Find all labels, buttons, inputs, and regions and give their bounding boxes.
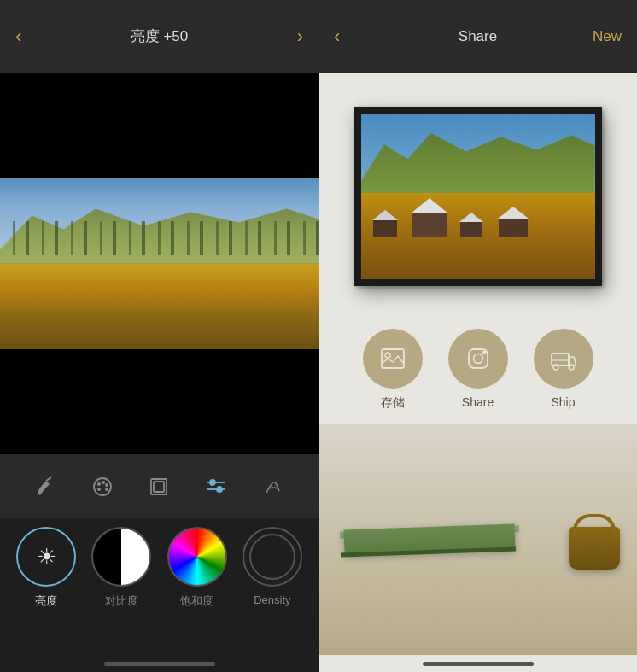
ship-circle[interactable] — [534, 329, 593, 389]
sun-icon: ☀ — [37, 544, 56, 570]
frame-tool[interactable] — [142, 470, 176, 504]
image-area — [0, 73, 318, 454]
new-button[interactable]: New — [593, 28, 622, 45]
back-arrow-left[interactable]: ‹ — [0, 17, 37, 56]
home-bar-left — [104, 662, 215, 666]
contrast-control[interactable]: 对比度 — [91, 527, 151, 609]
share-action[interactable]: Share — [448, 329, 508, 411]
instagram-icon — [465, 345, 492, 372]
brightness-title: 亮度 +50 — [131, 26, 189, 46]
action-buttons: 存储 Share — [318, 303, 637, 424]
home-bar-right — [423, 662, 534, 666]
forward-arrow-left[interactable]: › — [282, 17, 318, 56]
right-header: ‹ Share New — [318, 0, 637, 73]
controls-area: ☀ 亮度 对比度 饱和度 Density — [0, 518, 318, 655]
save-label: 存储 — [381, 395, 405, 411]
ship-action[interactable]: Ship — [534, 329, 593, 411]
saturation-circle[interactable] — [167, 527, 227, 587]
svg-point-4 — [105, 483, 108, 487]
brush-tool[interactable] — [28, 470, 62, 504]
svg-point-12 — [217, 487, 222, 492]
svg-point-16 — [473, 354, 482, 364]
svg-rect-8 — [154, 482, 164, 492]
svg-line-0 — [46, 477, 51, 481]
share-title: Share — [459, 28, 497, 45]
palette-tool[interactable] — [85, 470, 120, 504]
contrast-label: 对比度 — [105, 593, 138, 609]
home-indicator-right — [318, 655, 637, 672]
svg-point-17 — [482, 352, 485, 354]
left-header: ‹ 亮度 +50 › — [0, 0, 318, 73]
svg-point-6 — [97, 488, 101, 491]
saturation-label: 饱和度 — [180, 593, 213, 609]
r-houses — [372, 163, 571, 237]
density-control[interactable]: Density — [243, 527, 302, 609]
svg-point-3 — [102, 481, 105, 484]
bottom-scene — [318, 424, 637, 655]
artwork-image — [361, 114, 595, 279]
trees-layer — [0, 221, 318, 255]
brightness-circle[interactable]: ☀ — [16, 527, 76, 587]
framed-artwork — [354, 107, 602, 286]
save-circle[interactable] — [363, 329, 423, 389]
right-panel: ‹ Share New — [318, 0, 637, 672]
svg-point-5 — [105, 488, 108, 491]
saturation-control[interactable]: 饱和度 — [167, 527, 227, 609]
svg-rect-18 — [552, 354, 569, 365]
svg-point-11 — [210, 480, 215, 485]
share-label: Share — [462, 395, 494, 409]
control-items: ☀ 亮度 对比度 饱和度 Density — [0, 527, 318, 609]
back-arrow-right[interactable]: ‹ — [334, 26, 340, 48]
density-circle[interactable] — [243, 527, 302, 587]
artwork-display — [318, 73, 637, 303]
image-icon — [379, 345, 406, 372]
landscape-canvas — [0, 178, 318, 349]
truck-icon — [550, 345, 577, 372]
adjustment-tool[interactable] — [199, 470, 233, 504]
basket — [569, 527, 620, 570]
field-layer — [0, 264, 318, 349]
svg-point-2 — [97, 482, 101, 486]
svg-point-14 — [385, 353, 390, 358]
brightness-label: 亮度 — [35, 593, 57, 609]
text-tool[interactable] — [256, 470, 290, 504]
left-panel: ‹ 亮度 +50 › — [0, 0, 318, 672]
bottom-toolbar — [0, 454, 318, 518]
ship-label: Ship — [551, 395, 575, 409]
share-circle[interactable] — [448, 329, 508, 389]
density-label: Density — [254, 593, 290, 606]
home-indicator-left — [0, 655, 318, 672]
right-landscape — [361, 114, 595, 279]
save-action[interactable]: 存储 — [363, 329, 423, 411]
svg-point-1 — [94, 478, 111, 495]
contrast-circle[interactable] — [91, 527, 151, 587]
brightness-control[interactable]: ☀ 亮度 — [16, 527, 76, 609]
